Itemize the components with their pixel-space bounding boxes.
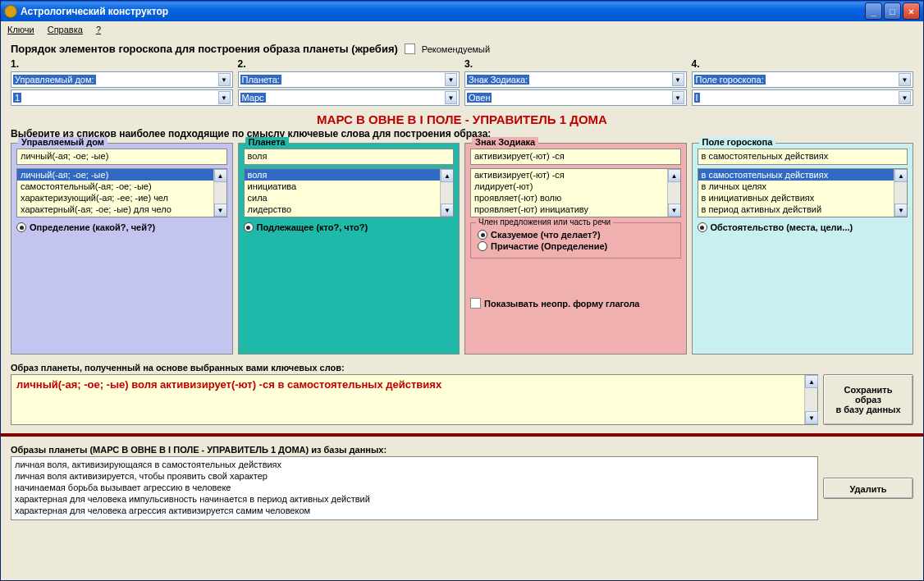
radio-subject[interactable] <box>244 222 254 232</box>
panel-planet-listbox[interactable]: воля инициатива сила лидерство ▲▼ <box>244 168 455 217</box>
panel-house: Управляемый дом личный(-ая; -ое; -ые) ли… <box>11 143 233 355</box>
radio-predicate[interactable] <box>478 230 487 240</box>
panel-sign-title: Знак Зодиака <box>472 137 538 147</box>
chevron-down-icon: ▼ <box>218 91 231 104</box>
scrollbar[interactable]: ▲▼ <box>440 169 453 217</box>
radio-predicate-row[interactable]: Сказуемое (что делает?) <box>478 230 674 240</box>
chevron-down-icon: ▼ <box>899 73 911 86</box>
chevron-down-icon: ▼ <box>445 73 457 86</box>
list-item[interactable]: проявляет(-ют) волю <box>471 192 680 204</box>
scroll-up-icon[interactable]: ▲ <box>441 169 454 182</box>
list-item[interactable]: воля <box>245 169 454 181</box>
radio-circumstance[interactable] <box>698 222 707 232</box>
panel-planet-radio-row[interactable]: Подлежащее (кто?, что?) <box>244 222 455 232</box>
delete-button[interactable]: Удалить <box>823 478 913 499</box>
scroll-down-icon[interactable]: ▼ <box>805 411 818 424</box>
close-button[interactable]: × <box>903 2 920 20</box>
recommended-checkbox[interactable] <box>405 43 415 54</box>
app-icon <box>4 5 17 18</box>
chevron-down-icon: ▼ <box>899 91 911 104</box>
col2-num: 2. <box>238 58 460 70</box>
show-infinitive-row[interactable]: Показывать неопр. форму глагола <box>470 298 681 309</box>
planet-config-title: МАРС В ОВНЕ В I ПОЛЕ - УПРАВИТЕЛЬ 1 ДОМА <box>11 112 913 126</box>
menu-question[interactable]: ? <box>96 25 101 34</box>
col4-label-dropdown[interactable]: Поле гороскопа:▼ <box>692 71 914 88</box>
list-item[interactable]: личная воля активизируется, чтобы прояви… <box>15 470 814 482</box>
col1-num: 1. <box>11 58 233 70</box>
col3-num: 3. <box>464 58 687 70</box>
scroll-up-icon[interactable]: ▲ <box>894 169 908 182</box>
list-item[interactable]: начинаемая борьба вызывает агрессию в че… <box>15 482 814 493</box>
list-item[interactable]: характерная для человека импульсивность … <box>15 493 814 505</box>
show-infinitive-checkbox[interactable] <box>470 298 481 309</box>
speech-part-fieldset: Член предложения или часть речи Сказуемо… <box>470 222 681 258</box>
result-textbox[interactable]: личный(-ая; -ое; -ые) воля активизирует(… <box>11 374 818 425</box>
list-item[interactable]: в период активных действий <box>698 204 908 215</box>
dropdown-values-row: 1▼ Марс▼ Овен▼ I▼ <box>11 89 913 106</box>
list-item[interactable]: в инициативных действиях <box>698 192 908 204</box>
radio-definition[interactable] <box>16 222 26 232</box>
list-item[interactable]: инициатива <box>245 181 454 192</box>
list-item[interactable]: характеризующий(-ая; -ее; -ие) чел <box>17 192 226 204</box>
app-window: Астрологический конструктор _ □ × Ключи … <box>0 0 924 581</box>
col3-label-dropdown[interactable]: Знак Зодиака:▼ <box>464 71 687 88</box>
panel-planet: Планета воля воля инициатива сила лидерс… <box>238 143 460 355</box>
list-item[interactable]: самостоятельный(-ая; -ое; -ые) <box>17 181 226 192</box>
list-item[interactable]: личная воля, активизирующаяся в самостоя… <box>15 459 814 470</box>
panel-house-radio-row[interactable]: Определение (какой?, чей?) <box>16 222 227 232</box>
panel-house-listbox[interactable]: личный(-ая; -ое; -ые) самостоятельный(-а… <box>16 168 227 217</box>
scrollbar[interactable]: ▲▼ <box>667 169 680 217</box>
result-row: личный(-ая; -ое; -ые) воля активизирует(… <box>11 374 913 425</box>
scroll-down-icon[interactable]: ▼ <box>894 204 908 217</box>
radio-participle-row[interactable]: Причастие (Определение) <box>478 241 674 251</box>
menubar: Ключи Справка ? <box>1 21 923 38</box>
panel-field-field[interactable]: в самостоятельных действиях <box>698 149 908 165</box>
col4-num: 4. <box>692 58 914 70</box>
dropdown-labels-row: Управляемый дом:▼ Планета:▼ Знак Зодиака… <box>11 71 913 88</box>
panel-field: Поле гороскопа в самостоятельных действи… <box>692 143 914 355</box>
list-item[interactable]: характерный(-ая; -ое; -ые) для чело <box>17 204 226 215</box>
col2-label-dropdown[interactable]: Планета:▼ <box>238 71 460 88</box>
scroll-down-icon[interactable]: ▼ <box>668 204 681 217</box>
chevron-down-icon: ▼ <box>218 73 231 86</box>
db-listbox[interactable]: личная воля, активизирующаяся в самостоя… <box>11 456 818 520</box>
minimize-button[interactable]: _ <box>865 2 882 20</box>
panel-field-listbox[interactable]: в самостоятельных действиях в личных цел… <box>698 168 908 217</box>
scroll-down-icon[interactable]: ▼ <box>441 204 454 217</box>
panel-sign-listbox[interactable]: активизирует(-ют) -ся лидирует(-ют) проя… <box>470 168 681 217</box>
scroll-up-icon[interactable]: ▲ <box>805 375 818 388</box>
chevron-down-icon: ▼ <box>445 91 457 104</box>
choose-label: Выберите из списков наиболее подходящие … <box>11 128 913 140</box>
maximize-button[interactable]: □ <box>884 2 901 20</box>
scrollbar[interactable]: ▲▼ <box>894 169 907 217</box>
list-item[interactable]: активизирует(-ют) -ся <box>471 169 680 181</box>
col3-value-dropdown[interactable]: Овен▼ <box>464 89 687 106</box>
panel-house-field[interactable]: личный(-ая; -ое; -ые) <box>16 149 227 165</box>
list-item[interactable]: характерная для человека агрессия активи… <box>15 505 814 516</box>
radio-participle[interactable] <box>478 241 487 251</box>
panel-field-radio-row[interactable]: Обстоятельство (места, цели...) <box>698 222 908 232</box>
scrollbar[interactable]: ▲▼ <box>804 375 817 424</box>
list-item[interactable]: сила <box>245 192 454 204</box>
recommended-label: Рекомендуемый <box>422 44 490 54</box>
scroll-up-icon[interactable]: ▲ <box>214 169 227 182</box>
list-item[interactable]: проявляет(-ют) инициативу <box>471 204 680 215</box>
col2-value-dropdown[interactable]: Марс▼ <box>238 89 460 106</box>
scrollbar[interactable]: ▲▼ <box>213 169 226 217</box>
panel-planet-field[interactable]: воля <box>244 149 455 165</box>
list-item[interactable]: личный(-ая; -ое; -ые) <box>17 169 226 181</box>
menu-help[interactable]: Справка <box>48 25 83 34</box>
col1-value-dropdown[interactable]: 1▼ <box>11 89 233 106</box>
col4-value-dropdown[interactable]: I▼ <box>692 89 914 106</box>
scroll-up-icon[interactable]: ▲ <box>668 169 681 182</box>
list-item[interactable]: в личных целях <box>698 181 908 192</box>
scroll-down-icon[interactable]: ▼ <box>214 204 227 217</box>
col1-label-dropdown[interactable]: Управляемый дом:▼ <box>11 71 233 88</box>
list-item[interactable]: лидирует(-ют) <box>471 181 680 192</box>
menu-keys[interactable]: Ключи <box>7 25 34 34</box>
list-item[interactable]: лидерство <box>245 204 454 215</box>
save-button[interactable]: Сохранить образ в базу данных <box>823 374 913 425</box>
titlebar: Астрологический конструктор _ □ × <box>1 1 923 21</box>
panel-sign-field[interactable]: активизирует(-ют) -ся <box>470 149 681 165</box>
list-item[interactable]: в самостоятельных действиях <box>698 169 908 181</box>
